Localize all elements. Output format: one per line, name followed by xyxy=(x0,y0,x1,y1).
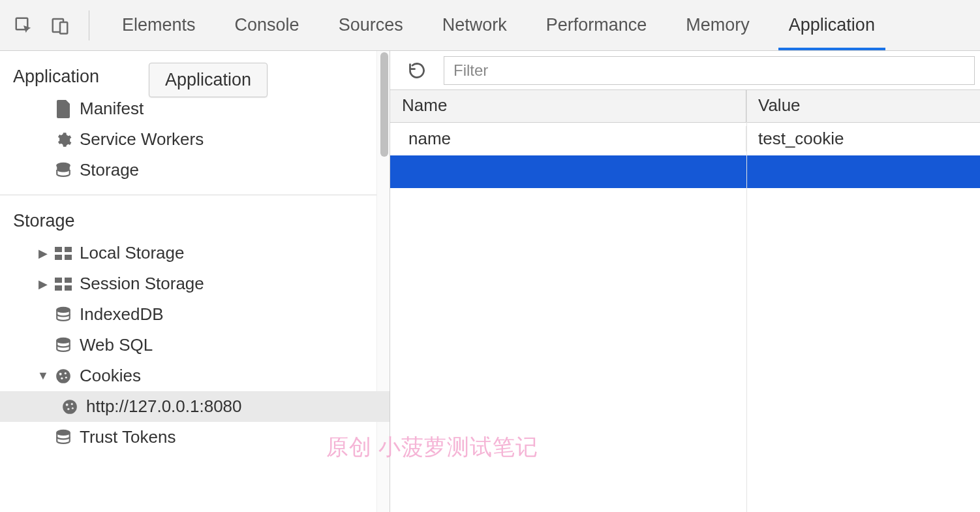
tab-application[interactable]: Application xyxy=(769,0,895,50)
svg-point-24 xyxy=(72,407,74,409)
svg-rect-8 xyxy=(65,255,72,260)
tab-console[interactable]: Console xyxy=(215,0,319,50)
tab-label: Console xyxy=(235,15,299,35)
inspect-element-icon[interactable] xyxy=(13,15,34,36)
tab-label: Elements xyxy=(122,15,196,35)
filter-input[interactable] xyxy=(444,56,975,85)
tab-sources[interactable]: Sources xyxy=(319,0,423,50)
main-area: Application ▶ Manifest ▶ Service Workers… xyxy=(0,51,980,512)
collapse-triangle-icon[interactable]: ▼ xyxy=(38,369,48,383)
sidebar-item-label: Cookies xyxy=(80,366,141,386)
panel-toolbar xyxy=(390,51,980,90)
svg-point-18 xyxy=(61,377,63,379)
tab-label: Performance xyxy=(546,15,647,35)
svg-point-16 xyxy=(59,372,62,375)
cookies-panel: Name Value name test_cookie xyxy=(390,51,980,512)
cookies-grid-body: name test_cookie xyxy=(390,123,980,512)
svg-rect-6 xyxy=(65,247,72,252)
gear-icon xyxy=(54,130,73,150)
database-icon xyxy=(54,336,73,355)
toolbar-icon-group xyxy=(13,10,89,40)
sidebar-item-websql[interactable]: ▶ Web SQL xyxy=(0,330,390,360)
cookies-grid-header: Name Value xyxy=(390,90,980,123)
tab-label: Network xyxy=(442,15,507,35)
database-icon xyxy=(54,428,73,447)
application-sidebar: Application ▶ Manifest ▶ Service Workers… xyxy=(0,51,390,512)
cookie-row-selected[interactable] xyxy=(390,155,980,188)
svg-rect-2 xyxy=(60,22,67,34)
svg-rect-12 xyxy=(65,285,72,291)
tab-label: Sources xyxy=(339,15,403,35)
column-header-value[interactable]: Value xyxy=(746,90,980,122)
svg-rect-7 xyxy=(55,255,62,260)
svg-point-19 xyxy=(65,376,67,378)
database-icon xyxy=(54,305,73,325)
table-icon xyxy=(54,244,73,263)
sidebar-item-label: Manifest xyxy=(80,99,144,119)
cookie-row[interactable]: name test_cookie xyxy=(390,123,980,155)
sidebar-item-label: Web SQL xyxy=(80,335,153,355)
sidebar-item-label: Local Storage xyxy=(80,243,184,263)
table-icon xyxy=(54,274,73,294)
sidebar-item-label: Service Workers xyxy=(80,129,204,150)
section-header-storage: Storage xyxy=(0,195,390,238)
sidebar-item-manifest[interactable]: ▶ Manifest xyxy=(0,93,390,124)
cookie-cell-name: name xyxy=(390,126,746,152)
expand-triangle-icon[interactable]: ▶ xyxy=(38,246,48,261)
tab-performance[interactable]: Performance xyxy=(527,0,667,50)
sidebar-item-label: IndexedDB xyxy=(80,304,164,325)
svg-rect-5 xyxy=(55,247,62,252)
cookie-icon xyxy=(60,397,80,417)
cookie-cell-value xyxy=(746,169,980,174)
svg-rect-10 xyxy=(65,278,72,283)
svg-point-13 xyxy=(57,307,70,312)
svg-point-20 xyxy=(63,400,77,414)
sidebar-item-label: Trust Tokens xyxy=(80,427,176,447)
sidebar-item-label: Storage xyxy=(80,160,139,180)
cookie-cell-value: test_cookie xyxy=(746,126,980,152)
svg-point-23 xyxy=(67,408,69,409)
svg-point-17 xyxy=(65,372,67,374)
sidebar-item-local-storage[interactable]: ▶ Local Storage xyxy=(0,238,390,268)
sidebar-item-cookies[interactable]: ▼ Cookies xyxy=(0,360,390,391)
sidebar-item-label: Session Storage xyxy=(80,274,204,294)
svg-rect-11 xyxy=(55,285,62,291)
sidebar-item-app-storage[interactable]: ▶ Storage xyxy=(0,155,390,185)
database-icon xyxy=(54,161,73,180)
device-toolbar-icon[interactable] xyxy=(50,15,70,36)
svg-rect-9 xyxy=(55,278,62,283)
sidebar-item-cookie-origin[interactable]: http://127.0.0.1:8080 xyxy=(0,391,390,422)
svg-point-21 xyxy=(66,403,69,406)
sidebar-item-trust-tokens[interactable]: ▶ Trust Tokens xyxy=(0,422,390,453)
refresh-button[interactable] xyxy=(406,59,428,82)
cookie-icon xyxy=(54,366,73,386)
section-header-application: Application xyxy=(0,51,390,93)
column-header-name[interactable]: Name xyxy=(390,90,746,122)
svg-point-15 xyxy=(56,369,70,383)
svg-point-14 xyxy=(57,338,70,342)
devtools-tab-strip: Elements Console Sources Network Perform… xyxy=(102,0,895,50)
tab-label: Application xyxy=(789,15,875,35)
expand-triangle-icon[interactable]: ▶ xyxy=(38,277,48,291)
svg-point-25 xyxy=(57,430,70,434)
tab-network[interactable]: Network xyxy=(423,0,527,50)
devtools-toolbar: Elements Console Sources Network Perform… xyxy=(0,0,980,51)
svg-point-22 xyxy=(71,403,73,405)
document-icon xyxy=(54,99,73,119)
tab-label: Memory xyxy=(686,15,750,35)
cookie-cell-name xyxy=(390,169,746,174)
sidebar-item-indexeddb[interactable]: ▶ IndexedDB xyxy=(0,299,390,330)
tab-memory[interactable]: Memory xyxy=(666,0,769,50)
tab-elements[interactable]: Elements xyxy=(102,0,215,50)
sidebar-item-service-workers[interactable]: ▶ Service Workers xyxy=(0,124,390,155)
sidebar-item-label: http://127.0.0.1:8080 xyxy=(86,396,242,417)
sidebar-item-session-storage[interactable]: ▶ Session Storage xyxy=(0,268,390,299)
